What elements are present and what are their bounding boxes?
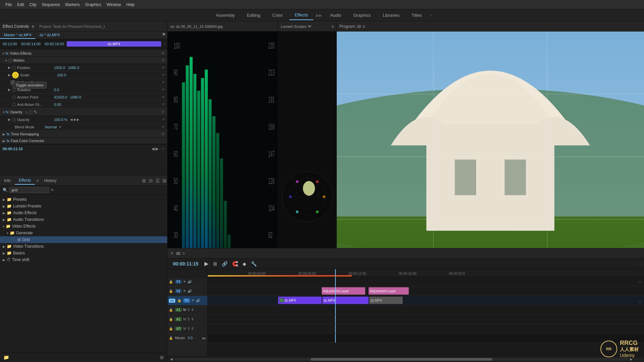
new-item-icon[interactable]: ⊟ bbox=[148, 177, 153, 184]
tab-info[interactable]: Info bbox=[0, 177, 15, 184]
effects-item-grid[interactable]: ⊞ Grid bbox=[0, 236, 167, 243]
menu-file[interactable]: File bbox=[3, 1, 14, 8]
mic-a2-icon[interactable]: 🎙 bbox=[191, 317, 194, 321]
mic-a3-icon[interactable]: 🎙 bbox=[191, 327, 194, 330]
tl-magnet-icon[interactable]: 🧲 bbox=[231, 260, 239, 267]
lock-v2-icon[interactable]: 🔒 bbox=[169, 289, 173, 293]
effects-bottom-folder-icon[interactable]: 📁 bbox=[3, 354, 10, 361]
tab-color[interactable]: Color bbox=[267, 11, 288, 20]
ec-expand-icon[interactable]: ▶ bbox=[162, 32, 167, 39]
clip-dz-mp4-1[interactable]: fx dz.MP4 bbox=[278, 297, 322, 304]
effects-item-time-shift[interactable]: ▶ ⏱ Time shift bbox=[0, 256, 167, 263]
lock-a2-icon[interactable]: 🔒 bbox=[169, 317, 173, 321]
toggle-v1-btn[interactable]: V1 bbox=[169, 299, 175, 303]
menu-graphics[interactable]: Graphics bbox=[82, 1, 104, 8]
opacity-value[interactable]: 100.0 % bbox=[54, 118, 67, 122]
clip-dz-mp4-2[interactable]: dz.MP4 bbox=[322, 297, 369, 304]
menu-window[interactable]: Window bbox=[104, 1, 124, 8]
tab-effects-bl[interactable]: Effects bbox=[15, 177, 35, 185]
anchor-y-value[interactable]: 1080.0 bbox=[70, 95, 81, 99]
effects-item-audio-fx[interactable]: ▶ 📁 Audio Effects bbox=[0, 209, 167, 216]
search-clear-icon[interactable]: ✕ bbox=[51, 188, 54, 192]
video-effects-header[interactable]: ▾ fx Video Effects ↺ bbox=[0, 50, 167, 57]
tl-wrench-btn[interactable]: 🔧 bbox=[250, 260, 258, 267]
tl-hscrollbar[interactable] bbox=[174, 358, 629, 361]
list-view-icon[interactable]: ☰ bbox=[155, 177, 160, 184]
mute-v3-icon[interactable]: 🔊 bbox=[188, 280, 192, 284]
solo-a3-btn[interactable]: S bbox=[187, 327, 190, 330]
menu-help[interactable]: Help bbox=[124, 1, 137, 8]
clip-adj-layer-1[interactable]: Adjustment Layer bbox=[322, 287, 365, 295]
scale-value[interactable]: 100.0 bbox=[57, 73, 66, 77]
mute-a2-btn[interactable]: M bbox=[183, 317, 186, 321]
ve-reset-icon[interactable]: ↺ bbox=[161, 51, 165, 56]
search-input[interactable] bbox=[9, 187, 49, 193]
tl-scroll-left-btn[interactable]: ◀ bbox=[170, 357, 173, 361]
lock-master-icon[interactable]: 🔒 bbox=[169, 336, 173, 340]
mute-v2-icon[interactable]: 🔊 bbox=[188, 289, 192, 293]
track-master[interactable] bbox=[208, 334, 644, 343]
track-a2[interactable] bbox=[208, 315, 644, 324]
track-v1[interactable]: fx dz.MP4 dz.MP4 dz.MP4 bbox=[208, 296, 644, 305]
anchor-reset[interactable]: ↺ bbox=[162, 95, 165, 99]
effect-controls-menu-icon[interactable]: ≡ bbox=[31, 24, 34, 29]
solo-a1-btn[interactable]: S bbox=[187, 308, 190, 312]
ec-anim-btns[interactable]: ◀ ▶ bbox=[151, 146, 158, 151]
tl-link-icon[interactable]: 🔗 bbox=[220, 260, 229, 267]
scale-expand-arrow[interactable]: ▶ bbox=[8, 73, 11, 77]
uniform-scale-reset[interactable]: ↺ bbox=[162, 80, 165, 84]
eye-v1-icon[interactable]: 👁 bbox=[191, 299, 195, 302]
position-y-value[interactable]: 1080.0 bbox=[68, 66, 79, 70]
opacity-reset[interactable]: ↺ bbox=[162, 118, 165, 121]
tab-audio[interactable]: Audio bbox=[325, 11, 346, 20]
lock-a1-icon[interactable]: 🔒 bbox=[169, 308, 173, 312]
position-anim-icon[interactable]: ◯ bbox=[12, 66, 16, 69]
clip-adj-layer-2[interactable]: Adjustment Layer bbox=[369, 287, 409, 295]
anti-flicker-reset[interactable]: ↺ bbox=[162, 103, 165, 106]
master-value[interactable]: 0.0 bbox=[188, 336, 193, 340]
ec-clip-tab[interactable]: dz * dz.MP4 bbox=[36, 32, 64, 39]
time-remapping-header[interactable]: ▶ fx Time Remapping ↺ bbox=[0, 131, 167, 138]
blend-mode-dropdown-icon[interactable]: ▾ bbox=[59, 125, 61, 129]
clip-dz-mp4-3[interactable]: dz.MP4 bbox=[369, 297, 403, 304]
scale-reset[interactable]: ↺ bbox=[162, 73, 165, 77]
track-a3[interactable] bbox=[208, 324, 644, 334]
tab-titles[interactable]: Titles bbox=[406, 11, 427, 20]
lock-a3-icon[interactable]: 🔒 bbox=[169, 327, 173, 330]
anchor-anim-icon[interactable]: ◯ bbox=[12, 95, 16, 99]
ec-master-tab[interactable]: Master * dz.MP4 bbox=[0, 32, 36, 39]
menu-clip[interactable]: Clip bbox=[27, 1, 39, 8]
position-reset[interactable]: ↺ bbox=[162, 66, 165, 69]
master-end-icon[interactable]: ⏭ bbox=[202, 336, 206, 341]
tl-close-icon[interactable]: ✕ bbox=[170, 251, 174, 256]
anchor-x-value[interactable]: 41920.0 bbox=[54, 95, 67, 99]
motion-reset-icon[interactable]: ↺ bbox=[161, 58, 165, 63]
rotation-value[interactable]: 0.0 bbox=[54, 88, 59, 92]
mute-a1-btn[interactable]: M bbox=[183, 308, 186, 312]
mute-a3-btn[interactable]: M bbox=[183, 327, 186, 330]
rotation-expand-arrow[interactable]: ▶ bbox=[8, 88, 11, 92]
tl-menu-icon[interactable]: ≡ bbox=[183, 251, 185, 256]
rotation-reset[interactable]: ↺ bbox=[162, 88, 165, 92]
blend-mode-value[interactable]: Normal bbox=[45, 125, 57, 129]
tl-timecode[interactable]: 00:00:11:15 bbox=[170, 261, 201, 266]
af-anim-icon[interactable]: ◯ bbox=[12, 103, 16, 106]
tr-reset[interactable]: ↺ bbox=[161, 132, 165, 136]
solo-a2-btn[interactable]: S bbox=[187, 317, 190, 321]
tl-marker-btn[interactable]: ◆ bbox=[241, 260, 248, 267]
lock-v3-icon[interactable]: 🔒 bbox=[169, 280, 173, 284]
ec-scroll-icon[interactable]: ○ bbox=[164, 42, 166, 46]
menu-sequence[interactable]: Sequence bbox=[39, 1, 63, 8]
opacity-next-btn[interactable]: ▶ bbox=[77, 118, 79, 121]
new-folder-icon[interactable]: ⊞ bbox=[141, 177, 147, 184]
lumetri-menu-icon[interactable]: ≡ bbox=[332, 24, 334, 28]
effects-bottom-new-icon[interactable]: ⊞ bbox=[159, 354, 165, 361]
effects-item-audio-trans[interactable]: ▶ 📁 Audio Transitions bbox=[0, 216, 167, 223]
opacity-section-header[interactable]: ▾ fx Opacity ○ □ ✎ ↺ bbox=[0, 108, 167, 116]
opacity-anim-icon[interactable]: ◯ bbox=[12, 118, 16, 121]
icon-view-icon[interactable]: ⊞ bbox=[162, 177, 167, 184]
tab-history[interactable]: History bbox=[40, 177, 61, 184]
mute-v1-icon[interactable]: 🔊 bbox=[196, 299, 200, 302]
mic-a1-icon[interactable]: 🎙 bbox=[191, 308, 194, 312]
scale-toggle-anim-btn[interactable]: ◯ bbox=[12, 72, 19, 78]
